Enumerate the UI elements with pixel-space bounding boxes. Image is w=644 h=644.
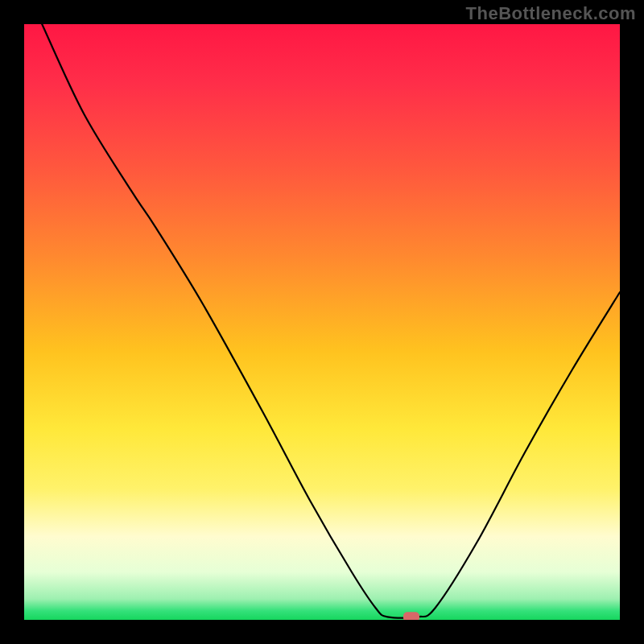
gradient-background xyxy=(24,24,620,620)
watermark-text: TheBottleneck.com xyxy=(466,3,636,24)
plot-area xyxy=(24,24,620,620)
chart-svg xyxy=(24,24,620,620)
optimal-marker xyxy=(403,612,419,620)
chart-frame: TheBottleneck.com xyxy=(0,0,644,644)
